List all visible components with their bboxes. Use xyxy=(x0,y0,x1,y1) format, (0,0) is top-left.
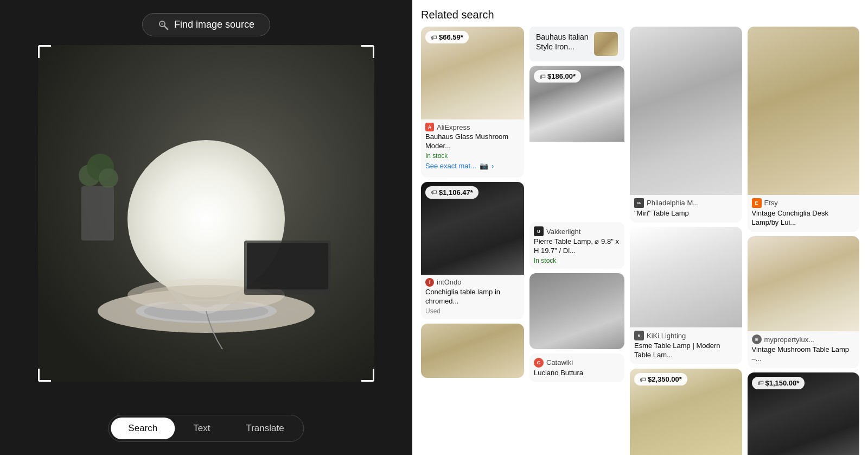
chevron-right-icon: › xyxy=(492,162,494,170)
lamp-illustration xyxy=(38,45,374,382)
corner-marker-tr xyxy=(361,45,374,58)
svg-rect-12 xyxy=(81,186,114,241)
product-info-aliexpress: A AliExpress Bauhaus Glass Mushroom Mode… xyxy=(421,119,524,178)
product-card-kiki[interactable]: K KiKi Lighting Esme Table Lamp | Modern… xyxy=(630,227,742,365)
price-badge-aliexpress: 🏷 $66.59* xyxy=(425,31,469,43)
product-title-catawiki: Luciano Buttura xyxy=(534,369,620,378)
product-info-kiki: K KiKi Lighting Esme Table Lamp | Modern… xyxy=(630,327,742,364)
svg-point-15 xyxy=(99,168,118,188)
corner-marker-br xyxy=(361,369,374,382)
product-card-lamp5[interactable] xyxy=(529,273,624,349)
store-row-catawiki: C Catawiki xyxy=(534,358,620,368)
bottom-thumbnail-col1[interactable] xyxy=(421,324,524,378)
store-row-myproperty: ⊙ mypropertylux... xyxy=(752,334,856,344)
store-row-vakker: U Vakkerlight xyxy=(534,226,620,236)
product-card-p2[interactable]: 🏷 $186.00* xyxy=(529,66,624,218)
product-title-philly: "Miri" Table Lamp xyxy=(634,209,738,218)
catawiki-logo: C xyxy=(534,358,544,368)
vakkerlight-info-card[interactable]: U Vakkerlight Pierre Table Lamp, ⌀ 9.8" … xyxy=(529,222,624,269)
philly-logo: AH xyxy=(634,198,644,208)
product-card-myproperty[interactable]: ⊙ mypropertylux... Vintage Mushroom Tabl… xyxy=(748,236,860,368)
price-aliexpress: $66.59* xyxy=(439,33,463,41)
price-badge-1stdibs: 🏷 $2,350.00* xyxy=(634,373,687,386)
related-search-chip-bauhaus[interactable]: Bauhaus Italian Style Iron... xyxy=(529,27,624,61)
kiki-logo: K xyxy=(634,331,644,340)
store-row-etsy: E Etsy xyxy=(752,198,856,208)
store-row-intondo: i intOndo xyxy=(425,278,520,287)
store-name-vakker: Vakkerlight xyxy=(546,228,580,236)
product-card-intondo[interactable]: 🏷 $1,106.47* i intOndo Conchiglia table … xyxy=(421,182,524,319)
price-badge-p11: 🏷 $1,150.00* xyxy=(752,377,805,389)
see-exact-match[interactable]: See exact mat... 📷 › xyxy=(425,160,520,173)
svg-rect-11 xyxy=(247,243,328,289)
product-status-vakker: In stock xyxy=(534,257,620,264)
related-search-title: Related search xyxy=(421,9,859,21)
tag-icon-intondo: 🏷 xyxy=(431,189,437,195)
product-info-philadelphia: AH Philadelphia M... "Miri" Table Lamp xyxy=(630,195,742,223)
see-exact-text: See exact mat... xyxy=(425,162,476,170)
left-panel: Find image source xyxy=(0,0,412,455)
tab-search[interactable]: Search xyxy=(111,418,175,439)
etsy-logo: E xyxy=(752,198,762,208)
tag-icon-1stdibs: 🏷 xyxy=(640,376,646,383)
vakker-logo: U xyxy=(534,226,544,236)
related-search-header: Related search xyxy=(412,0,868,27)
main-image-container xyxy=(38,45,374,382)
tag-icon-p11: 🏷 xyxy=(757,380,763,386)
product-card-aliexpress[interactable]: 🏷 $66.59* A AliExpress Bauhaus Glass Mus… xyxy=(421,27,524,178)
product-title-etsy: Vintage Conchiglia Desk Lamp/by Lui... xyxy=(752,209,856,228)
price-badge-p2: 🏷 $186.00* xyxy=(534,70,581,83)
find-image-source-button[interactable]: Find image source xyxy=(142,13,270,36)
product-card-etsy[interactable]: E Etsy Vintage Conchiglia Desk Lamp/by L… xyxy=(748,27,860,232)
store-row-philadelphia: AH Philadelphia M... xyxy=(634,198,738,208)
corner-marker-bl xyxy=(38,369,51,382)
chip-img-bauhaus xyxy=(594,32,618,56)
store-row-kiki: K KiKi Lighting xyxy=(634,331,738,340)
price-intondo: $1,106.47* xyxy=(439,188,473,197)
product-status-intondo: Used xyxy=(425,307,520,315)
product-info-intondo: i intOndo Conchiglia table lamp in chrom… xyxy=(421,275,524,319)
store-name-intondo: intOndo xyxy=(437,278,462,286)
product-info-myproperty: ⊙ mypropertylux... Vintage Mushroom Tabl… xyxy=(748,331,860,368)
aliexpress-logo: A xyxy=(425,123,434,131)
tab-text[interactable]: Text xyxy=(176,418,227,439)
find-image-source-label: Find image source xyxy=(174,19,254,30)
price-badge-intondo: 🏷 $1,106.47* xyxy=(425,186,478,199)
lens-icon xyxy=(158,20,169,30)
myproperty-logo: ⊙ xyxy=(752,334,762,344)
product-title-kiki: Esme Table Lamp | Modern Table Lam... xyxy=(634,342,738,360)
store-name-philly: Philadelphia M... xyxy=(647,199,699,207)
store-row-aliexpress: A AliExpress xyxy=(425,123,520,131)
product-title-myproperty: Vintage Mushroom Table Lamp –... xyxy=(752,345,856,364)
svg-point-2 xyxy=(161,23,163,25)
bottom-tabs: Search Text Translate xyxy=(108,415,304,442)
tag-icon: 🏷 xyxy=(431,34,437,41)
product-title-aliexpress: Bauhaus Glass Mushroom Moder... xyxy=(425,132,520,151)
chip-text-bauhaus: Bauhaus Italian Style Iron... xyxy=(536,32,590,52)
price-p11: $1,150.00* xyxy=(765,379,800,387)
store-name-aliexpress: AliExpress xyxy=(437,123,470,131)
main-photo xyxy=(38,45,374,382)
svg-line-1 xyxy=(164,26,168,29)
tag-icon-p2: 🏷 xyxy=(539,73,545,80)
product-card-philadelphia[interactable]: AH Philadelphia M... "Miri" Table Lamp xyxy=(630,27,742,223)
product-card-p11[interactable]: 🏷 $1,150.00* xyxy=(748,372,860,455)
catawiki-info-card[interactable]: C Catawiki Luciano Buttura xyxy=(529,353,624,382)
intondo-logo: i xyxy=(425,278,434,287)
right-panel: Related search 🏷 $66.59* A AliExpress xyxy=(412,0,868,455)
product-title-vakker: Pierre Table Lamp, ⌀ 9.8" x H 19.7" / Di… xyxy=(534,237,620,256)
price-p2: $186.00* xyxy=(547,72,576,80)
product-card-1stdibs[interactable]: 🏷 $2,350.00* 1D 1stDibs xyxy=(630,369,742,455)
product-status-aliexpress: In stock xyxy=(425,152,520,160)
corner-marker-tl xyxy=(38,45,51,58)
store-name-etsy: Etsy xyxy=(764,199,778,207)
price-1stdibs: $2,350.00* xyxy=(648,375,682,383)
store-name-kiki: KiKi Lighting xyxy=(647,332,686,340)
tab-translate[interactable]: Translate xyxy=(228,418,301,439)
product-info-etsy: E Etsy Vintage Conchiglia Desk Lamp/by L… xyxy=(748,195,860,232)
product-title-intondo: Conchiglia table lamp in chromed... xyxy=(425,288,520,306)
store-name-catawiki: Catawiki xyxy=(546,358,573,366)
camera-icon: 📷 xyxy=(480,162,488,170)
store-name-myproperty: mypropertylux... xyxy=(764,336,814,344)
